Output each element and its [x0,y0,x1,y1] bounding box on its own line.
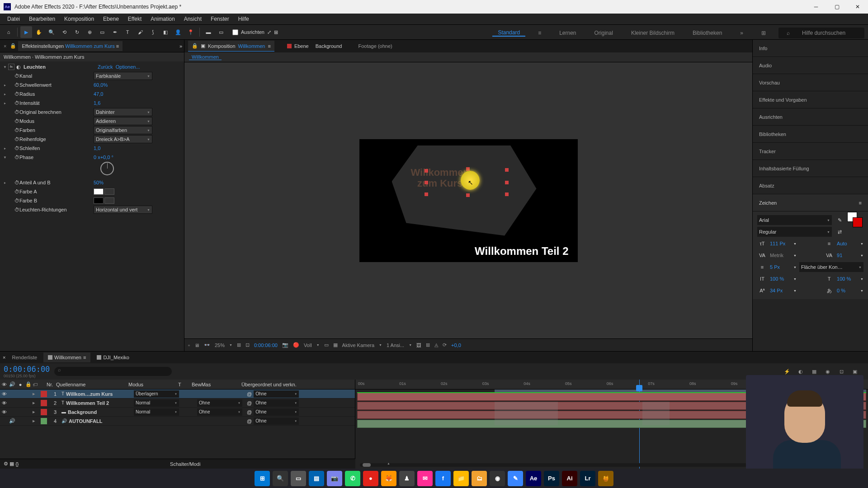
taskbar-app-icon[interactable]: f [435,471,451,486]
layer-mode-dropdown[interactable]: Normal [134,399,179,407]
maximize-button[interactable]: ▢ [826,0,847,14]
timeline-search[interactable]: ⌕ [54,367,172,376]
taskbar-app-icon[interactable]: ✉ [417,471,433,486]
reihen-dropdown[interactable]: Dreieck A>B>A [94,135,152,143]
stroke-option-dropdown[interactable]: Fläche über Kon… [799,262,863,272]
layer-color-swatch[interactable] [41,391,47,397]
stopwatch-icon[interactable]: ⏱ [14,180,19,185]
menu-window[interactable]: Fenster [206,14,234,24]
layer-mode-dropdown[interactable]: Normal [134,408,179,416]
taskbar-app-icon[interactable]: 🍯 [598,471,613,486]
views-dropdown[interactable]: 1 Ansi... [387,343,404,348]
lock-icon[interactable]: 🔒 [10,43,16,49]
taskbar-app-icon[interactable]: ▤ [309,471,324,486]
selection-handle[interactable] [466,167,470,171]
home-tool[interactable]: ⌂ [3,26,14,38]
res-dropdown[interactable]: ⊞ [237,342,241,348]
comp-tab-footage[interactable]: Footage (ohne) [354,41,396,52]
color-b-swatch[interactable] [94,197,104,204]
menu-edit[interactable]: Bearbeiten [24,14,60,24]
layer-visibility-toggle[interactable] [1,418,7,424]
taskbar-app-icon[interactable]: ♟ [399,471,415,486]
tl-footer-icon[interactable]: ▦ [9,461,14,467]
tl-footer-icon[interactable]: {} [15,461,19,467]
selection-tool[interactable]: ▶ [20,26,32,38]
taskbar-app-icon[interactable]: Ae [526,471,541,486]
clone-tool[interactable]: ⟆ [147,26,159,38]
ctrl-icon[interactable]: ⊞ [426,342,430,348]
stopwatch-icon[interactable]: ⏱ [14,82,19,88]
menu-composition[interactable]: Komposition [60,14,99,24]
minimize-button[interactable]: ─ [806,0,826,14]
composition-viewer[interactable]: Willkommenzum Kurs ↖ Willkommen Teil 2 [184,62,752,338]
puppet-tool[interactable]: 📍 [185,26,197,38]
tl-footer-icon[interactable]: ⚙ [4,461,8,467]
taskbar-app-icon[interactable]: 📷 [327,471,342,486]
anchor-tool[interactable]: ⊕ [84,26,95,38]
vscale-field[interactable]: 100 % [770,276,791,282]
layer-name[interactable]: ▬ Background [61,409,134,415]
snap-checkbox[interactable] [232,29,238,35]
layer-twirl-icon[interactable]: ▸ [33,391,39,397]
grid-icon[interactable]: ⊡ [245,342,250,348]
playhead-handle[interactable] [636,385,642,391]
selected-text-layer[interactable]: Willkommenzum Kurs [411,167,469,189]
parent-pickwhip-icon[interactable]: @ [247,409,252,415]
stopwatch-icon[interactable]: ⏱ [14,198,19,203]
panel-libraries[interactable]: Bibliotheken [753,126,868,143]
selection-handle[interactable] [425,169,428,173]
comp-tab-layer[interactable]: Ebene Background [283,41,346,52]
breadcrumb-item[interactable]: Willkommen [189,54,222,60]
taskbar-app-icon[interactable]: ✎ [508,471,523,486]
stopwatch-icon[interactable]: ⏱ [14,136,19,142]
taskbar-app-icon[interactable]: ● [363,471,378,486]
panel-effects-presets[interactable]: Effekte und Vorgaben [753,91,868,108]
font-family-dropdown[interactable]: Arial [757,215,832,225]
eraser-tool[interactable]: ◧ [160,26,171,38]
tsume-field[interactable]: 0 % [837,288,858,293]
channel-icon[interactable]: 🔴 [293,342,299,348]
layer-twirl-icon[interactable]: ▸ [33,418,39,424]
stopwatch-icon[interactable]: ⏱ [14,145,19,151]
farben-dropdown[interactable]: Originalfarben [94,126,152,134]
parent-pickwhip-icon[interactable]: @ [247,391,252,397]
menu-file[interactable]: Datei [3,14,24,24]
workspace-original[interactable]: Original [589,30,618,36]
tab-render-queue[interactable]: Renderliste [7,352,42,362]
effect-name[interactable]: Leuchten [24,64,98,70]
schwell-value[interactable]: 60,0% [94,82,108,88]
pen-tool[interactable]: ✒ [109,26,121,38]
help-search[interactable]: ⌕ Hilfe durchsuchen [778,28,864,38]
ctrl-icon[interactable]: 🖼 [416,343,421,348]
layer-parent-dropdown[interactable]: Ohne [254,399,299,407]
effect-options-link[interactable]: Optionen... [116,64,140,70]
menu-animation[interactable]: Animation [146,14,179,24]
taskbar-app-icon[interactable]: 🦊 [381,471,396,486]
roto-tool[interactable]: 👤 [172,26,184,38]
panel-paragraph[interactable]: Absatz [753,177,868,194]
panel-close-icon[interactable]: × [2,43,8,49]
text-tool[interactable]: T [122,26,133,38]
panel-audio[interactable]: Audio [753,57,868,74]
taskbar-app-icon[interactable]: 📁 [453,471,469,486]
tab-clip[interactable]: DJI_Mexiko [92,352,133,362]
parent-pickwhip-icon[interactable]: @ [247,400,252,406]
layer-name[interactable]: T Willkom…zum Kurs [61,391,134,397]
brush-tool[interactable]: 🖌 [134,26,146,38]
taskbar-app-icon[interactable]: 🔍 [273,471,288,486]
close-button[interactable]: ✕ [847,0,868,14]
shape-fill-icon[interactable]: ▬ [203,26,214,38]
selection-handle[interactable] [505,192,509,196]
layer-name[interactable]: 🔊 AUTOUNFALL [61,418,134,424]
eyedropper-icon[interactable]: ✎ [835,215,844,225]
layer-twirl-icon[interactable]: ▸ [33,409,39,415]
stopwatch-icon[interactable]: ⏱ [14,91,19,97]
workspace-libraries[interactable]: Bibliotheken [687,30,727,36]
workspace-standard[interactable]: Standard [492,29,525,37]
layer-color-swatch[interactable] [41,418,47,424]
rect-tool[interactable]: ▭ [96,26,108,38]
workspace-learn[interactable]: Lernen [554,30,581,36]
stopwatch-icon[interactable]: ⏱ [14,73,19,79]
fx-mask-icon[interactable]: ◐ [16,64,21,70]
taskbar-app-icon[interactable]: 🗂 [472,471,487,486]
